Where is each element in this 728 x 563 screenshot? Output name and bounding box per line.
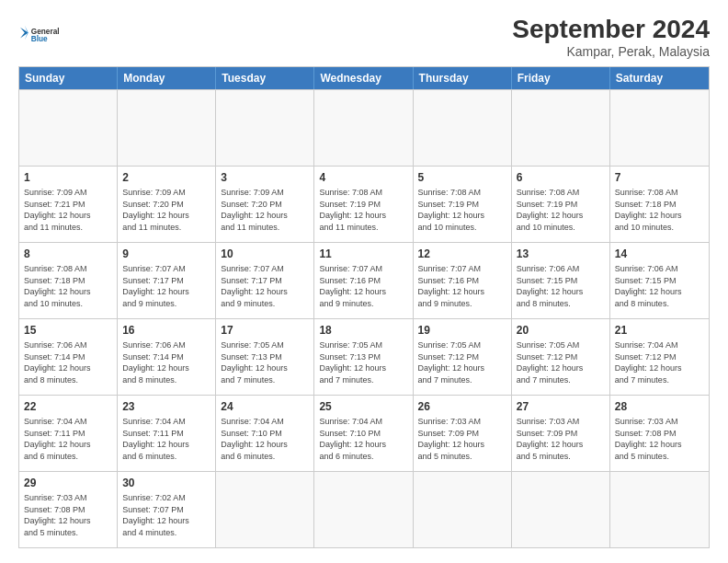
col-thursday: Thursday (414, 67, 512, 89)
day-number: 26 (418, 399, 506, 414)
day-cell-empty (414, 472, 512, 547)
day-number: 29 (24, 476, 112, 490)
day-cell-30: 30Sunrise: 7:02 AM Sunset: 7:07 PM Dayli… (118, 472, 216, 547)
day-number: 4 (319, 170, 407, 185)
day-info: Sunrise: 7:07 AM Sunset: 7:17 PM Dayligh… (122, 263, 210, 309)
calendar-row-3: 8Sunrise: 7:08 AM Sunset: 7:18 PM Daylig… (19, 242, 709, 318)
day-info: Sunrise: 7:03 AM Sunset: 7:09 PM Dayligh… (517, 416, 605, 462)
day-info: Sunrise: 7:08 AM Sunset: 7:19 PM Dayligh… (418, 187, 506, 233)
day-info: Sunrise: 7:03 AM Sunset: 7:09 PM Dayligh… (418, 416, 506, 462)
day-number: 24 (221, 399, 309, 414)
day-cell-27: 27Sunrise: 7:03 AM Sunset: 7:09 PM Dayli… (512, 396, 610, 471)
day-cell-15: 15Sunrise: 7:06 AM Sunset: 7:14 PM Dayli… (19, 319, 118, 395)
location: Kampar, Perak, Malaysia (512, 44, 710, 59)
col-saturday: Saturday (610, 67, 709, 89)
day-info: Sunrise: 7:03 AM Sunset: 7:08 PM Dayligh… (24, 492, 112, 538)
day-info: Sunrise: 7:06 AM Sunset: 7:14 PM Dayligh… (122, 339, 210, 385)
day-info: Sunrise: 7:08 AM Sunset: 7:19 PM Dayligh… (517, 187, 605, 233)
day-cell-empty (512, 472, 610, 547)
day-info: Sunrise: 7:08 AM Sunset: 7:19 PM Dayligh… (319, 187, 407, 233)
day-cell-24: 24Sunrise: 7:04 AM Sunset: 7:10 PM Dayli… (216, 396, 314, 471)
day-info: Sunrise: 7:05 AM Sunset: 7:13 PM Dayligh… (221, 339, 309, 385)
day-number: 21 (615, 323, 704, 338)
day-info: Sunrise: 7:04 AM Sunset: 7:12 PM Dayligh… (615, 339, 704, 385)
day-cell-18: 18Sunrise: 7:05 AM Sunset: 7:13 PM Dayli… (314, 319, 413, 395)
day-info: Sunrise: 7:09 AM Sunset: 7:20 PM Dayligh… (221, 187, 309, 233)
day-number: 27 (517, 399, 605, 414)
day-info: Sunrise: 7:04 AM Sunset: 7:11 PM Dayligh… (24, 416, 112, 462)
day-number: 18 (319, 323, 407, 338)
day-cell-20: 20Sunrise: 7:05 AM Sunset: 7:12 PM Dayli… (512, 319, 610, 395)
day-cell-14: 14Sunrise: 7:06 AM Sunset: 7:15 PM Dayli… (610, 243, 709, 318)
calendar-row-2: 1Sunrise: 7:09 AM Sunset: 7:21 PM Daylig… (19, 166, 709, 242)
day-cell-3: 3Sunrise: 7:09 AM Sunset: 7:20 PM Daylig… (216, 167, 314, 242)
col-friday: Friday (512, 67, 610, 89)
day-number: 30 (122, 476, 210, 490)
day-cell-empty (19, 90, 118, 166)
day-number: 13 (517, 247, 605, 261)
day-number: 2 (122, 170, 210, 185)
day-info: Sunrise: 7:07 AM Sunset: 7:16 PM Dayligh… (418, 263, 506, 309)
day-cell-empty (118, 90, 216, 166)
calendar-header: Sunday Monday Tuesday Wednesday Thursday… (19, 67, 709, 89)
title-block: September 2024 Kampar, Perak, Malaysia (512, 15, 710, 59)
day-info: Sunrise: 7:04 AM Sunset: 7:11 PM Dayligh… (122, 416, 210, 462)
day-number: 16 (122, 323, 210, 338)
page: General Blue September 2024 Kampar, Pera… (0, 0, 728, 563)
day-info: Sunrise: 7:05 AM Sunset: 7:12 PM Dayligh… (418, 339, 506, 385)
day-number: 8 (24, 247, 112, 261)
svg-text:Blue: Blue (31, 34, 48, 43)
day-info: Sunrise: 7:05 AM Sunset: 7:12 PM Dayligh… (517, 339, 605, 385)
day-info: Sunrise: 7:09 AM Sunset: 7:21 PM Dayligh… (24, 187, 112, 233)
day-number: 7 (615, 170, 704, 185)
svg-marker-2 (20, 28, 28, 39)
day-number: 12 (418, 247, 506, 261)
day-info: Sunrise: 7:06 AM Sunset: 7:14 PM Dayligh… (24, 339, 112, 385)
day-cell-1: 1Sunrise: 7:09 AM Sunset: 7:21 PM Daylig… (19, 167, 118, 242)
calendar-row-5: 22Sunrise: 7:04 AM Sunset: 7:11 PM Dayli… (19, 395, 709, 471)
day-cell-empty (314, 472, 413, 547)
day-number: 23 (122, 399, 210, 414)
day-cell-8: 8Sunrise: 7:08 AM Sunset: 7:18 PM Daylig… (19, 243, 118, 318)
day-info: Sunrise: 7:03 AM Sunset: 7:08 PM Dayligh… (615, 416, 704, 462)
month-title: September 2024 (512, 15, 710, 44)
day-number: 20 (517, 323, 605, 338)
calendar-body: 1Sunrise: 7:09 AM Sunset: 7:21 PM Daylig… (19, 89, 709, 547)
day-info: Sunrise: 7:07 AM Sunset: 7:17 PM Dayligh… (221, 263, 309, 309)
day-info: Sunrise: 7:04 AM Sunset: 7:10 PM Dayligh… (221, 416, 309, 462)
day-cell-2: 2Sunrise: 7:09 AM Sunset: 7:20 PM Daylig… (118, 167, 216, 242)
day-number: 5 (418, 170, 506, 185)
day-number: 9 (122, 247, 210, 261)
logo-svg: General Blue (18, 15, 59, 55)
calendar-row-1 (19, 89, 709, 166)
col-monday: Monday (118, 67, 216, 89)
day-cell-9: 9Sunrise: 7:07 AM Sunset: 7:17 PM Daylig… (118, 243, 216, 318)
day-number: 10 (221, 247, 309, 261)
day-number: 25 (319, 399, 407, 414)
day-cell-empty (414, 90, 512, 166)
day-cell-21: 21Sunrise: 7:04 AM Sunset: 7:12 PM Dayli… (610, 319, 709, 395)
day-cell-17: 17Sunrise: 7:05 AM Sunset: 7:13 PM Dayli… (216, 319, 314, 395)
day-info: Sunrise: 7:06 AM Sunset: 7:15 PM Dayligh… (517, 263, 605, 309)
col-tuesday: Tuesday (216, 67, 314, 89)
day-info: Sunrise: 7:02 AM Sunset: 7:07 PM Dayligh… (122, 492, 210, 538)
day-number: 19 (418, 323, 506, 338)
day-cell-23: 23Sunrise: 7:04 AM Sunset: 7:11 PM Dayli… (118, 396, 216, 471)
day-cell-29: 29Sunrise: 7:03 AM Sunset: 7:08 PM Dayli… (19, 472, 118, 547)
day-cell-19: 19Sunrise: 7:05 AM Sunset: 7:12 PM Dayli… (414, 319, 512, 395)
calendar-row-6: 29Sunrise: 7:03 AM Sunset: 7:08 PM Dayli… (19, 471, 709, 547)
day-cell-6: 6Sunrise: 7:08 AM Sunset: 7:19 PM Daylig… (512, 167, 610, 242)
day-cell-empty (610, 90, 709, 166)
day-number: 15 (24, 323, 112, 338)
day-cell-empty (216, 90, 314, 166)
calendar: Sunday Monday Tuesday Wednesday Thursday… (18, 66, 710, 548)
day-number: 14 (615, 247, 704, 261)
day-cell-11: 11Sunrise: 7:07 AM Sunset: 7:16 PM Dayli… (314, 243, 413, 318)
day-number: 11 (319, 247, 407, 261)
day-info: Sunrise: 7:08 AM Sunset: 7:18 PM Dayligh… (24, 263, 112, 309)
day-number: 1 (24, 170, 112, 185)
day-info: Sunrise: 7:05 AM Sunset: 7:13 PM Dayligh… (319, 339, 407, 385)
col-sunday: Sunday (19, 67, 118, 89)
day-cell-empty (610, 472, 709, 547)
header: General Blue September 2024 Kampar, Pera… (18, 15, 710, 59)
